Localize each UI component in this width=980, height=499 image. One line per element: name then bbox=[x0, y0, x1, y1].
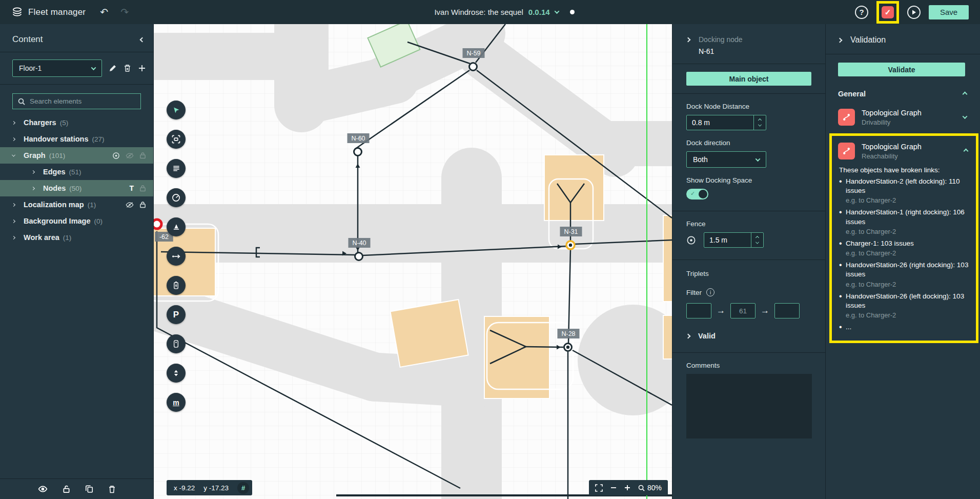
dock-distance-stepper[interactable]: 0.8 m bbox=[686, 115, 766, 130]
eye-off-icon[interactable] bbox=[126, 202, 134, 208]
dock-distance-increase-icon[interactable] bbox=[758, 118, 762, 122]
redo-icon[interactable]: ↷ bbox=[120, 6, 129, 18]
lock-unlock-icon[interactable] bbox=[63, 485, 70, 493]
eye-off-icon[interactable] bbox=[126, 152, 134, 159]
sidebar-item-localization-map[interactable]: Localization map(1) bbox=[0, 196, 153, 213]
fence-decrease-icon[interactable] bbox=[756, 240, 759, 244]
triplet-current-input[interactable]: 61 bbox=[730, 303, 756, 318]
coordinate-y: y -17.23 bbox=[203, 484, 229, 492]
tan-area-right-2 bbox=[663, 315, 672, 359]
grid-toggle-icon[interactable]: # bbox=[237, 482, 249, 494]
chevron-right-icon[interactable] bbox=[31, 186, 35, 190]
sidebar-title: Content bbox=[12, 34, 43, 45]
sidebar-item-chargers[interactable]: Chargers(5) bbox=[0, 114, 153, 131]
target-icon[interactable] bbox=[112, 152, 120, 159]
dock-distance-label: Dock Node Distance bbox=[686, 103, 811, 110]
topology-check-icon bbox=[838, 109, 855, 126]
show-docking-toggle[interactable]: ✓ bbox=[686, 189, 708, 199]
sidebar-item-graph[interactable]: Graph(101) bbox=[0, 147, 153, 164]
sidebar-item-edges[interactable]: Edges(51) bbox=[0, 164, 153, 180]
node-circle[interactable] bbox=[154, 219, 161, 229]
tool-fit-view-button[interactable] bbox=[167, 130, 186, 149]
chevron-right-icon[interactable] bbox=[12, 137, 15, 141]
show-hide-icon[interactable] bbox=[38, 485, 48, 493]
triplet-to-input[interactable] bbox=[774, 303, 800, 318]
lock-icon[interactable] bbox=[139, 201, 146, 208]
run-simulation-icon[interactable] bbox=[907, 6, 921, 19]
comments-textarea[interactable] bbox=[686, 374, 812, 438]
map-canvas[interactable]: N-59N-60N-40N-31N-28-62 Pm x -9.22 y -17… bbox=[154, 24, 672, 499]
broken-link-example: e.g. to Charger-2 bbox=[846, 196, 969, 204]
check-reachability[interactable]: Topological Graph Reachability bbox=[832, 138, 976, 163]
tool-speed-gauge-button[interactable] bbox=[167, 188, 186, 207]
add-floor-icon[interactable] bbox=[138, 64, 146, 72]
validation-checkbox-icon[interactable]: ✓ bbox=[882, 6, 894, 18]
coordinate-x: x -9.22 bbox=[174, 484, 195, 492]
fit-screen-icon[interactable] bbox=[595, 484, 603, 492]
zoom-level-control[interactable]: 80% bbox=[638, 484, 662, 492]
tool-handover-button[interactable] bbox=[167, 334, 186, 353]
node-circle[interactable] bbox=[355, 253, 363, 261]
sidebar-item-handover-stations[interactable]: Handover stations(27) bbox=[0, 131, 153, 147]
tool-charger-button[interactable] bbox=[167, 276, 186, 295]
broken-link-title: HandoverStation-26 (left docking): 103 i… bbox=[846, 292, 969, 310]
fence-target-icon[interactable] bbox=[686, 235, 696, 245]
collapse-sidebar-icon[interactable] bbox=[140, 37, 145, 42]
chevron-right-icon[interactable] bbox=[31, 170, 35, 173]
tool-select-button[interactable] bbox=[167, 101, 186, 119]
text-icon[interactable]: T bbox=[129, 184, 134, 192]
node-circle[interactable] bbox=[469, 63, 477, 71]
valid-label: Valid bbox=[698, 332, 716, 340]
node-circle[interactable] bbox=[354, 148, 362, 156]
broken-link-title: HandoverStation-1 (right docking): 106 i… bbox=[846, 208, 969, 226]
check-drivability[interactable]: Topological Graph Drivability bbox=[826, 103, 980, 131]
check-sub: Reachability bbox=[862, 152, 922, 160]
help-icon[interactable]: ? bbox=[855, 6, 868, 19]
chevron-right-icon[interactable] bbox=[12, 219, 15, 223]
node-label: N-60 bbox=[351, 135, 365, 142]
zoom-out-icon[interactable] bbox=[610, 485, 617, 491]
tool-obstacle-button[interactable] bbox=[167, 217, 186, 236]
tool-one-way-button[interactable] bbox=[167, 247, 186, 266]
version-chevron-down-icon[interactable] bbox=[554, 9, 559, 14]
dock-direction-select[interactable]: Both bbox=[686, 151, 766, 168]
dock-distance-decrease-icon[interactable] bbox=[758, 123, 762, 126]
lock-icon[interactable] bbox=[139, 152, 146, 159]
validate-button[interactable]: Validate bbox=[838, 63, 965, 76]
sidebar-item-background-image[interactable]: Background Image(0) bbox=[0, 213, 153, 229]
chevron-right-icon[interactable] bbox=[12, 121, 15, 124]
sidebar-item-work-area[interactable]: Work area(1) bbox=[0, 229, 153, 246]
delete-icon[interactable] bbox=[108, 485, 116, 493]
tool-parking-button[interactable]: P bbox=[167, 305, 186, 324]
delete-floor-icon[interactable] bbox=[124, 64, 131, 72]
tool-elevation-button[interactable] bbox=[167, 364, 186, 383]
save-button[interactable]: Save bbox=[929, 5, 969, 19]
main-object-button[interactable]: Main object bbox=[686, 72, 811, 86]
fence-increase-icon[interactable] bbox=[756, 235, 759, 239]
tool-measure-button[interactable]: m bbox=[167, 393, 186, 412]
project-version[interactable]: 0.0.14 bbox=[528, 8, 550, 16]
lock-icon[interactable] bbox=[139, 185, 146, 192]
floor-select[interactable]: Floor-1 bbox=[12, 59, 102, 77]
triplet-from-input[interactable] bbox=[686, 303, 711, 318]
general-group-toggle[interactable]: General bbox=[826, 79, 980, 103]
broken-link-item: HandoverStation-2 (left docking): 110 is… bbox=[839, 177, 969, 204]
valid-section-toggle[interactable]: Valid bbox=[686, 329, 811, 351]
properties-collapse-icon[interactable] bbox=[686, 37, 691, 43]
sidebar-item-nodes[interactable]: Nodes(50)T bbox=[0, 180, 153, 196]
zoom-in-icon[interactable] bbox=[624, 485, 630, 491]
chevron-right-icon[interactable] bbox=[12, 203, 15, 206]
edit-floor-icon[interactable] bbox=[109, 64, 117, 72]
triplet-arrow-icon: → bbox=[761, 306, 769, 316]
tool-layers-button[interactable] bbox=[167, 159, 186, 178]
search-input[interactable] bbox=[30, 97, 132, 105]
comments-label: Comments bbox=[686, 362, 811, 369]
chevron-right-icon[interactable] bbox=[12, 235, 15, 239]
undo-icon[interactable]: ↶ bbox=[100, 6, 108, 18]
fence-stepper[interactable]: 1.5 m bbox=[704, 232, 764, 248]
chevron-down-icon[interactable] bbox=[12, 153, 15, 156]
validation-collapse-icon[interactable] bbox=[838, 37, 843, 43]
filter-info-icon[interactable]: i bbox=[706, 288, 714, 296]
content-sidebar: Content Floor-1 bbox=[0, 24, 154, 499]
duplicate-icon[interactable] bbox=[85, 485, 93, 493]
